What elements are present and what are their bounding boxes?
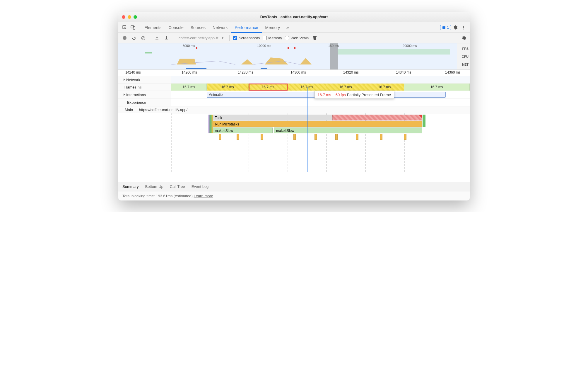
label-fps: FPS (458, 47, 469, 50)
tab-calltree[interactable]: Call Tree (170, 184, 185, 189)
learn-more-link[interactable]: Learn more (194, 194, 213, 198)
issues-badge[interactable]: 1 (440, 25, 451, 30)
chevron-right-icon[interactable] (124, 93, 125, 96)
frame-selected[interactable]: 16.7 ms (249, 84, 288, 91)
overview-tick: 20000 ms (403, 44, 417, 47)
track-interactions[interactable]: Interactions Animation 16.7 ms ~ 60 fps … (118, 91, 470, 99)
devtools-window: DevTools - coffee-cart.netlify.app/cart … (118, 12, 470, 200)
track-experience[interactable]: Experience (118, 99, 470, 106)
inspect-icon[interactable] (121, 23, 129, 32)
ruler-tick: 14260 ms (182, 70, 197, 74)
flame-tick (237, 134, 239, 140)
playhead[interactable] (307, 87, 307, 172)
chevron-right-icon[interactable] (124, 79, 125, 81)
frame[interactable]: 16.7 ms (171, 84, 207, 91)
chevron-down-icon: ▼ (221, 36, 224, 40)
recording-selector[interactable]: coffee-cart.netlify.app #1 ▼ (177, 35, 226, 41)
tab-bottomup[interactable]: Bottom-Up (145, 184, 163, 189)
window-title: DevTools - coffee-cart.netlify.app/cart (118, 15, 470, 19)
frame[interactable]: 16.7 ms (365, 84, 404, 91)
reload-record-icon[interactable] (131, 35, 137, 41)
panel-tabs: Elements Console Sources Network Perform… (118, 22, 470, 33)
checkbox-memory[interactable]: Memory (263, 36, 282, 40)
net-marker (261, 68, 267, 69)
webvitals-checkbox[interactable] (285, 36, 289, 40)
tab-elements[interactable]: Elements (141, 22, 165, 33)
overview-timeline[interactable]: 5000 ms 10000 ms 150 ms 20000 ms FPS CPU… (118, 43, 470, 70)
tooltip-fps: 16.7 ms ~ 60 fps (318, 93, 346, 97)
cpu-chart (118, 56, 411, 64)
time-ruler[interactable]: 14240 ms 14260 ms 14280 ms 14300 ms 1432… (118, 70, 470, 76)
device-toggle-icon[interactable] (129, 23, 137, 32)
maximize-icon[interactable] (134, 15, 137, 19)
tab-console[interactable]: Console (165, 22, 187, 33)
close-icon[interactable] (122, 15, 125, 19)
overview-tick: 5000 ms (183, 44, 195, 47)
kebab-menu-icon[interactable]: ⋮ (459, 23, 467, 32)
frame[interactable]: 16.7 ms (207, 84, 249, 91)
tab-sources[interactable]: Sources (187, 22, 209, 33)
ruler-tick: 14360 ms (445, 70, 461, 74)
fps-region (338, 49, 450, 55)
flame-sliver[interactable] (208, 115, 213, 133)
more-tabs-icon[interactable]: » (283, 23, 292, 32)
minimize-icon[interactable] (128, 15, 131, 19)
flame-microtasks[interactable]: Run Microtasks (213, 121, 422, 127)
checkbox-webvitals[interactable]: Web Vitals (285, 36, 309, 40)
settings-icon[interactable] (451, 23, 459, 32)
window-controls (122, 15, 137, 19)
ruler-tick: 14280 ms (238, 70, 253, 74)
tracks-area[interactable]: Network Framesns 16.7 ms 16.7 ms 16.7 ms… (118, 76, 470, 182)
record-button[interactable] (121, 35, 128, 41)
fps-marker (145, 52, 152, 54)
frame[interactable]: 16.7 ms (404, 84, 470, 91)
flame-tick (261, 134, 263, 140)
issues-count: 1 (447, 25, 449, 30)
flame-fn[interactable]: makeItSlow (213, 127, 273, 133)
checkbox-screenshots[interactable]: Screenshots (233, 36, 260, 40)
tab-network[interactable]: Network (209, 22, 231, 33)
flame-tick (404, 134, 406, 140)
clear-icon[interactable] (140, 35, 146, 41)
frame[interactable]: 16.7 ms (326, 84, 365, 91)
upload-icon[interactable] (154, 35, 160, 41)
flame-task-long[interactable] (332, 115, 422, 120)
flame-chart[interactable]: Task Run Microtasks makeItSlow makeItSlo… (171, 113, 470, 172)
flame-tick (219, 134, 221, 140)
tab-eventlog[interactable]: Event Log (192, 184, 209, 189)
trash-icon[interactable] (312, 35, 318, 41)
overview-labels: FPS CPU NET (457, 43, 470, 69)
track-main-label[interactable]: Main — https://coffee-cart.netlify.app/ (118, 106, 470, 113)
detail-tabs: Summary Bottom-Up Call Tree Event Log (118, 182, 470, 191)
overview-tick: 10000 ms (257, 44, 271, 47)
flame-sliver[interactable] (423, 115, 425, 127)
flame-tick (293, 134, 296, 140)
capture-settings-icon[interactable] (460, 35, 467, 41)
flame-task[interactable]: Task (213, 115, 332, 120)
recording-name: coffee-cart.netlify.app #1 (179, 36, 220, 40)
ruler-tick: 14240 ms (125, 70, 141, 74)
flame-tick (380, 134, 382, 140)
long-task-marker (288, 47, 289, 49)
tab-performance[interactable]: Performance (231, 22, 261, 33)
overview-lanes[interactable]: 5000 ms 10000 ms 150 ms 20000 ms (118, 43, 457, 69)
svg-line-5 (142, 37, 144, 39)
memory-checkbox[interactable] (263, 36, 267, 40)
track-network[interactable]: Network (118, 76, 470, 84)
summary-footer: Total blocking time: 193.61ms (estimated… (118, 191, 470, 200)
download-icon[interactable] (163, 35, 170, 41)
label-cpu: CPU (458, 55, 469, 58)
ruler-tick: 14320 ms (343, 70, 359, 74)
screenshots-checkbox[interactable] (233, 36, 237, 40)
frame-tooltip: 16.7 ms ~ 60 fps Partially Presented Fra… (314, 91, 394, 99)
long-task-marker (294, 47, 295, 49)
track-frames[interactable]: Framesns 16.7 ms 16.7 ms 16.7 ms 16.7 ms… (118, 84, 470, 91)
flame-tick (356, 134, 358, 140)
overview-selection[interactable] (330, 43, 339, 69)
flame-tick (335, 134, 338, 140)
flame-fn[interactable]: makeItSlow (274, 127, 422, 133)
tab-memory[interactable]: Memory (262, 22, 284, 33)
tab-summary[interactable]: Summary (122, 184, 139, 189)
label-net: NET (458, 63, 469, 66)
tooltip-label: Partially Presented Frame (347, 93, 391, 97)
